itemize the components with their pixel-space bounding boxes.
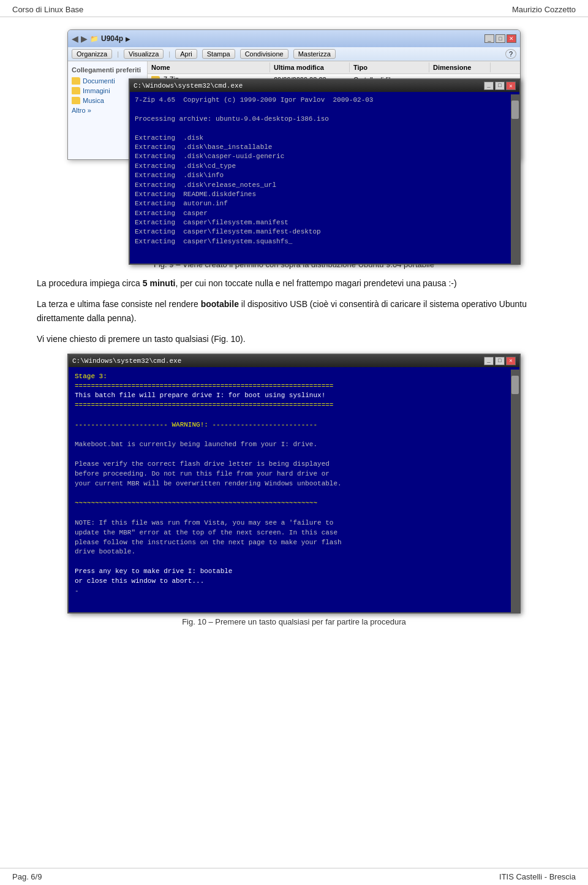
explorer-window-controls: _ □ ✕ (484, 34, 516, 43)
cmd-scrollbar-thumb-2 (511, 376, 519, 394)
toolbar-divider2: | (168, 50, 170, 58)
cmd-minimize-1[interactable]: _ (484, 82, 494, 90)
toolbar-masterizza[interactable]: Masterizza (293, 49, 336, 59)
sidebar-label-immagini: Immagini (83, 87, 110, 94)
cmd-title-1: C:\Windows\system32\cmd.exe (134, 82, 243, 89)
cmd-minimize-2[interactable]: _ (484, 357, 494, 365)
folder-icon-title: 📁 (90, 35, 99, 43)
cmd-title-2: C:\Windows\system32\cmd.exe (72, 357, 181, 365)
folder-icon-immagini (72, 87, 80, 94)
cmd-scrollbar-2[interactable] (511, 370, 519, 612)
forward-icon[interactable]: ▶ (81, 34, 88, 44)
cmd-close-2[interactable]: ✕ (506, 357, 516, 365)
explorer-title-text: U904p (101, 34, 123, 43)
sidebar-title: Collegamenti preferiti (72, 66, 143, 74)
para1-part2: , per cui non toccate nulla e nel fratte… (175, 278, 456, 288)
toolbar-stampa[interactable]: Stampa (202, 49, 235, 59)
cmd-titlebar-2: C:\Windows\system32\cmd.exe _ □ ✕ (69, 355, 519, 367)
explorer-toolbar: Organizza | Visualizza | Apri Stampa Con… (68, 47, 520, 61)
cmd-controls-1: _ □ ✕ (484, 82, 516, 90)
folder-icon-musica (72, 97, 80, 104)
cmd-scrollbar-thumb-1 (511, 101, 519, 119)
col-header-nome[interactable]: Nome (148, 63, 270, 72)
page-header: Corso di Linux Base Maurizio Cozzetto (0, 0, 588, 17)
para2-part1: La terza e ultima fase consiste nel rend… (37, 299, 201, 309)
column-headers: Nome Ultima modifica Tipo Dimensione (148, 61, 520, 74)
para2-bold: bootabile (201, 299, 239, 309)
cmd-body-1: 7-Zip 4.65 Copyright (c) 1999-2009 Igor … (130, 92, 519, 264)
para1-bold: 5 minuti (143, 278, 176, 288)
sidebar-label-documenti: Documenti (83, 77, 115, 85)
toolbar-organizza[interactable]: Organizza (72, 49, 112, 59)
toolbar-condivisione[interactable]: Condivisione (240, 49, 288, 59)
cmd-maximize-1[interactable]: □ (495, 82, 505, 90)
figure-10-container: C:\Windows\system32\cmd.exe _ □ ✕ Stage … (37, 354, 551, 626)
explorer-title-left: ◀ ▶ 📁 U904p ▶ (72, 34, 130, 44)
footer-left: Pag. 6/9 (12, 872, 42, 881)
header-left: Corso di Linux Base (12, 5, 83, 14)
col-header-type[interactable]: Tipo (350, 63, 429, 72)
col-header-modified[interactable]: Ultima modifica (270, 63, 350, 72)
minimize-button[interactable]: _ (484, 34, 494, 43)
back-icon[interactable]: ◀ (72, 34, 78, 44)
folder-icon-documenti (72, 77, 80, 85)
text-paragraph-3: Vi viene chiesto di premere un tasto qua… (37, 332, 551, 346)
sidebar-label-musica: Musica (83, 97, 104, 104)
figure-9-container: ◀ ▶ 📁 U904p ▶ _ □ ✕ Organizza | (37, 29, 551, 269)
col-header-size[interactable]: Dimensione (429, 63, 491, 72)
cmd-body-2: Stage 3: ===============================… (69, 367, 519, 612)
toolbar-apri[interactable]: Apri (175, 49, 197, 59)
cmd-titlebar-1: C:\Windows\system32\cmd.exe _ □ ✕ (130, 80, 519, 92)
figure-10-caption: Fig. 10 – Premere un tasto qualsiasi per… (182, 617, 406, 626)
cmd-maximize-2[interactable]: □ (495, 357, 505, 365)
cmd-scrollbar-1[interactable] (511, 94, 519, 264)
text-paragraph-2: La terza e ultima fase consiste nel rend… (37, 297, 551, 325)
main-content: ◀ ▶ 📁 U904p ▶ _ □ ✕ Organizza | (0, 17, 588, 668)
sidebar-label-altro: Altro » (72, 107, 91, 114)
toolbar-visualizza[interactable]: Visualizza (124, 49, 164, 59)
header-right: Maurizio Cozzetto (512, 5, 576, 14)
cmd-window-2: C:\Windows\system32\cmd.exe _ □ ✕ Stage … (67, 354, 521, 613)
explorer-titlebar: ◀ ▶ 📁 U904p ▶ _ □ ✕ (68, 30, 520, 47)
maximize-button[interactable]: □ (496, 34, 505, 43)
cmd-controls-2: _ □ ✕ (484, 357, 516, 365)
text-paragraph-1: La procedura impiega circa 5 minuti, per… (37, 276, 551, 290)
toolbar-divider1: | (117, 50, 119, 58)
cmd-window-1-frame: C:\Windows\system32\cmd.exe _ □ ✕ 7-Zip … (129, 78, 521, 265)
cmd-window-1: C:\Windows\system32\cmd.exe _ □ ✕ 7-Zip … (129, 78, 521, 265)
chevron-icon: ▶ (126, 36, 130, 42)
toolbar-help[interactable]: ? (505, 49, 516, 59)
cmd-close-1[interactable]: ✕ (506, 82, 516, 90)
para1-part1: La procedura impiega circa (37, 278, 143, 288)
figure-9-image: ◀ ▶ 📁 U904p ▶ _ □ ✕ Organizza | (67, 29, 521, 256)
page-footer: Pag. 6/9 ITIS Castelli - Brescia (0, 868, 588, 885)
close-button[interactable]: ✕ (507, 34, 516, 43)
footer-right: ITIS Castelli - Brescia (499, 872, 576, 881)
